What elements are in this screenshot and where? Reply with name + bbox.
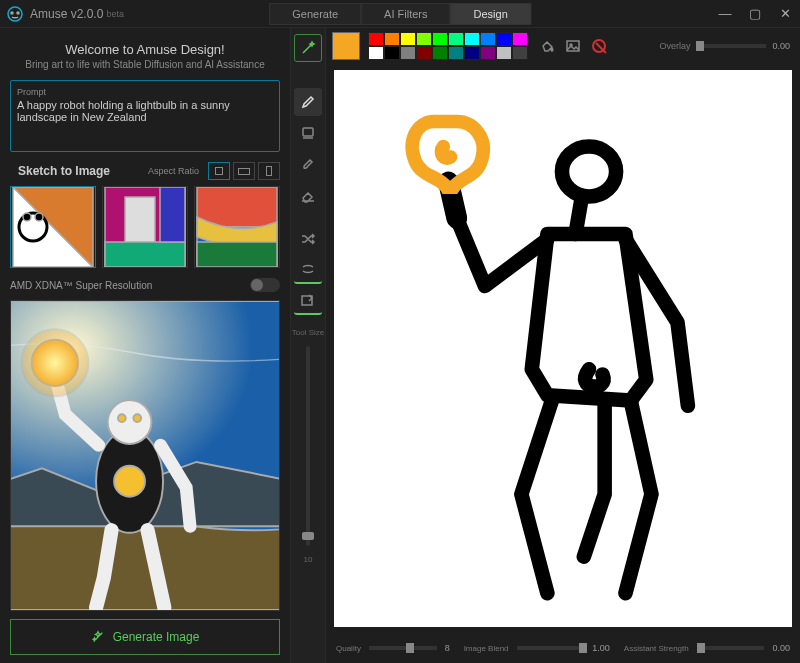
assist-label: Assistant Strength [624,644,689,653]
sample-thumb-3[interactable] [194,186,280,268]
color-swatch[interactable] [496,32,512,46]
tool-size-label: Tool Size [292,328,324,337]
minimize-button[interactable]: — [710,0,740,28]
svg-rect-12 [197,187,277,227]
svg-rect-10 [105,242,185,267]
blend-slider[interactable] [517,646,585,650]
svg-rect-23 [303,128,313,136]
color-swatch[interactable] [464,32,480,46]
svg-point-19 [118,414,126,422]
color-swatch[interactable] [400,46,416,60]
tool-size-slider[interactable] [306,346,310,546]
color-swatch[interactable] [432,32,448,46]
svg-point-0 [8,7,22,21]
effects-button[interactable] [294,256,322,284]
color-swatch[interactable] [512,46,528,60]
prompt-box: Prompt A happy robot holding a lightbulb… [10,80,280,152]
shuffle-button[interactable] [294,225,322,253]
image-icon[interactable] [564,37,582,55]
welcome-sub: Bring art to life with Stable Diffusion … [10,59,280,70]
titlebar: Amuse v2.0.0 beta Generate AI Filters De… [0,0,800,28]
color-swatch[interactable] [416,46,432,60]
app-logo-icon [6,5,24,23]
amd-sr-toggle[interactable] [250,278,280,292]
palette-row: Overlay 0.00 [326,28,800,64]
maximize-button[interactable]: ▢ [740,0,770,28]
color-swatch[interactable] [512,32,528,46]
svg-rect-25 [567,41,579,51]
color-swatch[interactable] [480,32,496,46]
color-swatch[interactable] [384,32,400,46]
color-swatch[interactable] [480,46,496,60]
sample-thumb-1[interactable] [10,186,96,268]
tool-size-value: 10 [304,555,313,564]
brush-tool-button[interactable] [294,150,322,178]
svg-point-7 [35,213,43,221]
color-swatch[interactable] [368,46,384,60]
svg-point-6 [23,213,31,221]
selected-color-swatch[interactable] [332,32,360,60]
color-swatch[interactable] [416,32,432,46]
color-swatch[interactable] [400,32,416,46]
generate-label: Generate Image [113,630,200,644]
svg-point-2 [17,12,19,14]
aspect-portrait-button[interactable] [258,162,280,180]
svg-point-20 [133,414,141,422]
sample-thumb-2[interactable] [102,186,188,268]
overlay-value: 0.00 [772,41,790,51]
svg-rect-9 [125,197,155,247]
overlay-slider[interactable] [696,44,766,48]
blend-label: Image Blend [464,644,509,653]
assist-slider[interactable] [697,646,765,650]
svg-rect-14 [197,242,277,267]
sketch-to-image-label: Sketch to Image [18,164,110,178]
tab-ai-filters[interactable]: AI Filters [361,3,450,25]
quality-label: Quality [336,644,361,653]
svg-rect-11 [160,187,185,242]
tab-generate[interactable]: Generate [269,3,361,25]
drawing-canvas[interactable] [334,70,792,627]
svg-point-1 [11,12,13,14]
eraser-tool-button[interactable] [294,181,322,209]
aspect-ratio-label: Aspect Ratio [148,166,199,176]
color-swatch[interactable] [464,46,480,60]
color-palette [368,32,528,60]
left-panel: Welcome to Amuse Design! Bring art to li… [0,28,290,663]
svg-point-27 [562,147,616,197]
color-swatch[interactable] [384,46,400,60]
quality-slider[interactable] [369,646,437,650]
blend-value: 1.00 [592,643,610,653]
color-swatch[interactable] [448,32,464,46]
svg-point-18 [108,400,152,444]
magic-tool-button[interactable] [294,34,322,62]
pencil-tool-button[interactable] [294,88,322,116]
color-swatch[interactable] [496,46,512,60]
aspect-landscape-button[interactable] [233,162,255,180]
overlay-label: Overlay [659,41,690,51]
edit-button[interactable] [294,287,322,315]
quality-value: 8 [445,643,450,653]
result-preview [10,300,280,611]
svg-point-17 [114,466,145,497]
assist-value: 0.00 [772,643,790,653]
app-title: Amuse v2.0.0 [30,7,103,21]
generate-button[interactable]: Generate Image [10,619,280,655]
tool-column: Tool Size 10 [290,28,326,663]
aspect-square-button[interactable] [208,162,230,180]
color-swatch[interactable] [432,46,448,60]
fill-icon[interactable] [538,37,556,55]
clear-icon[interactable] [590,37,608,55]
svg-point-22 [21,329,88,396]
amd-sr-label: AMD XDNA™ Super Resolution [10,280,152,291]
welcome-heading: Welcome to Amuse Design! [10,42,280,57]
close-button[interactable]: ✕ [770,0,800,28]
color-swatch[interactable] [368,32,384,46]
beta-label: beta [106,9,124,19]
tab-design[interactable]: Design [451,3,531,25]
color-swatch[interactable] [448,46,464,60]
prompt-input[interactable]: A happy robot holding a lightbulb in a s… [17,99,273,143]
stamp-tool-button[interactable] [294,119,322,147]
prompt-label: Prompt [17,87,46,97]
